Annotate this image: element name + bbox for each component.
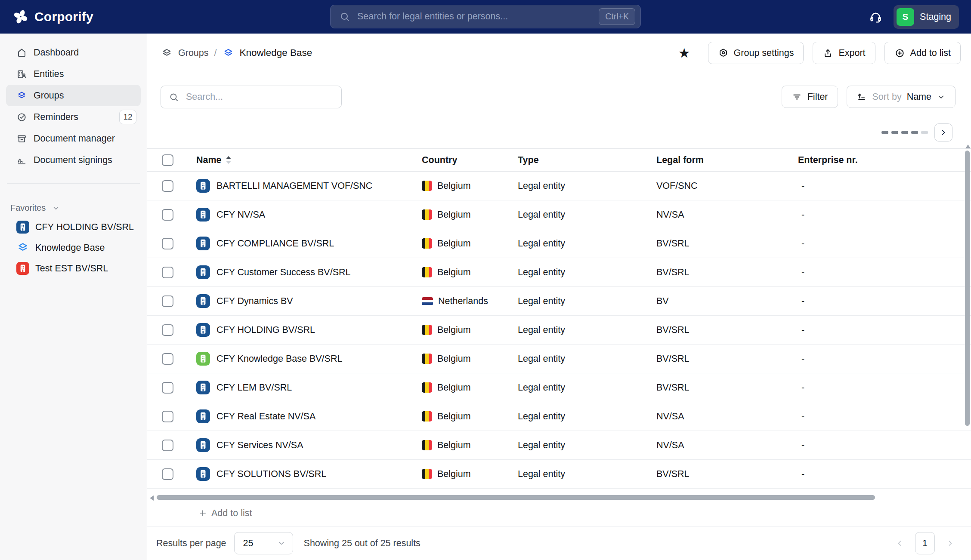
breadcrumb-groups[interactable]: Groups <box>178 48 209 58</box>
row-checkbox[interactable] <box>162 238 173 249</box>
entities-icon <box>16 69 27 80</box>
sidebar-item-groups[interactable]: Groups <box>6 85 141 106</box>
export-icon <box>823 48 833 58</box>
entity-name[interactable]: CFY Services NV/SA <box>216 440 303 451</box>
horizontal-scrollbar-thumb[interactable] <box>157 495 875 500</box>
entity-name[interactable]: CFY SOLUTIONS BV/SRL <box>216 469 326 480</box>
row-checkbox[interactable] <box>162 440 173 451</box>
favorite-item[interactable]: Test EST BV/SRL <box>6 258 141 279</box>
row-checkbox[interactable] <box>162 180 173 192</box>
scroll-left-arrow-icon[interactable] <box>150 495 154 501</box>
table-row[interactable]: CFY Knowledge Base BV/SRL Belgium Legal … <box>147 345 971 373</box>
vertical-scrollbar[interactable] <box>965 34 970 560</box>
add-to-list-link[interactable]: Add to list <box>198 506 252 520</box>
plus-icon <box>198 508 207 518</box>
global-search-input[interactable] <box>357 11 599 22</box>
entity-name[interactable]: CFY COMPLIANCE BV/SRL <box>216 238 334 249</box>
column-header-type[interactable]: Type <box>518 155 656 166</box>
column-header-legal-form[interactable]: Legal form <box>656 155 798 166</box>
sidebar-item-reminders[interactable]: Reminders 12 <box>6 106 141 128</box>
scroll-up-arrow-icon[interactable] <box>965 145 971 148</box>
sort-button[interactable]: Sort by Name <box>847 86 956 108</box>
add-to-list-button[interactable]: Add to list <box>884 42 961 64</box>
select-all-checkbox[interactable] <box>162 154 173 166</box>
row-checkbox[interactable] <box>162 382 173 394</box>
entity-name[interactable]: CFY Knowledge Base BV/SRL <box>216 354 342 364</box>
current-page-button[interactable]: 1 <box>915 532 935 554</box>
sidebar-item-label: Reminders <box>34 112 78 123</box>
column-header-enterprise-nr[interactable]: Enterprise nr. <box>798 155 971 166</box>
entity-name[interactable]: CFY HOLDING BV/SRL <box>216 325 315 335</box>
column-pager-next-button[interactable] <box>934 123 952 142</box>
entity-name[interactable]: CFY NV/SA <box>216 209 265 220</box>
favorite-star-icon[interactable]: ★ <box>678 46 690 60</box>
results-per-page-select[interactable]: 25 <box>234 532 293 554</box>
country-label: Belgium <box>437 209 471 220</box>
row-checkbox[interactable] <box>162 324 173 336</box>
global-search[interactable]: Ctrl+K <box>330 5 641 28</box>
vertical-scrollbar-thumb[interactable] <box>965 151 970 426</box>
group-settings-button[interactable]: Group settings <box>708 42 804 64</box>
sidebar-item-label: Document manager <box>34 133 115 144</box>
entity-name[interactable]: CFY Customer Success BV/SRL <box>216 267 350 278</box>
sort-by-label: Sort by <box>872 92 902 102</box>
enterprise-nr-value: - <box>798 325 971 335</box>
table-row[interactable]: CFY Customer Success BV/SRL Belgium Lega… <box>147 258 971 287</box>
entity-building-icon <box>196 237 210 250</box>
favorite-item-label: Test EST BV/SRL <box>35 263 108 274</box>
sidebar-item-document-manager[interactable]: Document manager <box>6 128 141 149</box>
next-page-icon[interactable] <box>946 539 955 548</box>
entity-name[interactable]: BARTELLI MANAGEMENT VOF/SNC <box>216 181 372 191</box>
country-flag-icon <box>422 238 432 249</box>
row-checkbox[interactable] <box>162 411 173 422</box>
support-headset-icon[interactable] <box>869 10 882 24</box>
entity-name[interactable]: CFY LEM BV/SRL <box>216 382 292 393</box>
country-label: Netherlands <box>438 296 488 307</box>
export-button[interactable]: Export <box>813 42 875 64</box>
table-row[interactable]: CFY NV/SA Belgium Legal entity NV/SA - <box>147 200 971 229</box>
entity-name[interactable]: CFY Dynamics BV <box>216 296 293 307</box>
sidebar-item-entities[interactable]: Entities <box>6 63 141 85</box>
enterprise-nr-value: - <box>798 411 971 422</box>
column-header-name[interactable]: Name <box>196 155 422 166</box>
table-row[interactable]: CFY COMPLIANCE BV/SRL Belgium Legal enti… <box>147 229 971 258</box>
sort-arrows-icon[interactable] <box>226 156 231 164</box>
search-icon <box>169 92 179 102</box>
column-pager-dots <box>881 131 928 134</box>
add-to-list-link-label: Add to list <box>211 508 252 519</box>
favorite-item[interactable]: Knowledge Base <box>6 237 141 258</box>
table-row[interactable]: BARTELLI MANAGEMENT VOF/SNC Belgium Lega… <box>147 172 971 200</box>
row-checkbox[interactable] <box>162 209 173 221</box>
table-row[interactable]: CFY Services NV/SA Belgium Legal entity … <box>147 431 971 460</box>
table-row[interactable]: CFY Real Estate NV/SA Belgium Legal enti… <box>147 402 971 431</box>
archive-icon <box>16 133 27 144</box>
brand-name: Corporify <box>34 9 93 24</box>
table-footer: Results per page 25 Showing 25 out of 25… <box>147 526 971 560</box>
environment-badge[interactable]: S Staging <box>894 5 959 29</box>
table-row[interactable]: CFY Dynamics BV Netherlands Legal entity… <box>147 287 971 316</box>
entity-name[interactable]: CFY Real Estate NV/SA <box>216 411 315 422</box>
brand[interactable]: Corporify <box>12 8 93 25</box>
sidebar-item-dashboard[interactable]: Dashboard <box>6 42 141 63</box>
legal-form-label: NV/SA <box>656 440 798 451</box>
previous-page-icon[interactable] <box>895 539 904 548</box>
favorites-header[interactable]: Favorites <box>10 203 136 213</box>
chevron-right-icon <box>939 128 948 137</box>
row-checkbox[interactable] <box>162 295 173 307</box>
horizontal-scrollbar[interactable] <box>147 495 971 500</box>
table-search[interactable] <box>161 86 342 108</box>
row-checkbox[interactable] <box>162 468 173 480</box>
sidebar-item-document-signings[interactable]: Document signings <box>6 149 141 171</box>
filter-button[interactable]: Filter <box>782 86 838 108</box>
enterprise-nr-value: - <box>798 440 971 451</box>
table-row[interactable]: CFY HOLDING BV/SRL Belgium Legal entity … <box>147 316 971 345</box>
entity-building-icon <box>196 265 210 279</box>
favorite-item[interactable]: CFY HOLDING BV/SRL <box>6 217 141 237</box>
row-checkbox[interactable] <box>162 267 173 278</box>
column-header-country[interactable]: Country <box>422 155 518 166</box>
table-search-input[interactable] <box>186 92 334 102</box>
row-checkbox[interactable] <box>162 353 173 365</box>
entity-type-label: Legal entity <box>518 209 656 220</box>
table-row[interactable]: CFY LEM BV/SRL Belgium Legal entity BV/S… <box>147 373 971 402</box>
table-row[interactable]: CFY SOLUTIONS BV/SRL Belgium Legal entit… <box>147 460 971 489</box>
